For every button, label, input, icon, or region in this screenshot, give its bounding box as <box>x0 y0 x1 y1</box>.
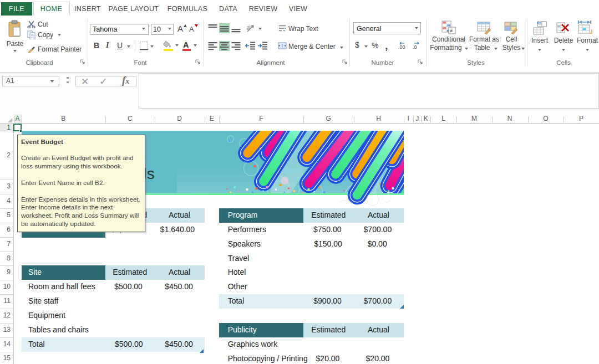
svg-text:.00: .00 <box>398 44 405 50</box>
svg-text:≠: ≠ <box>450 28 453 34</box>
svg-text:ab: ab <box>246 24 252 31</box>
